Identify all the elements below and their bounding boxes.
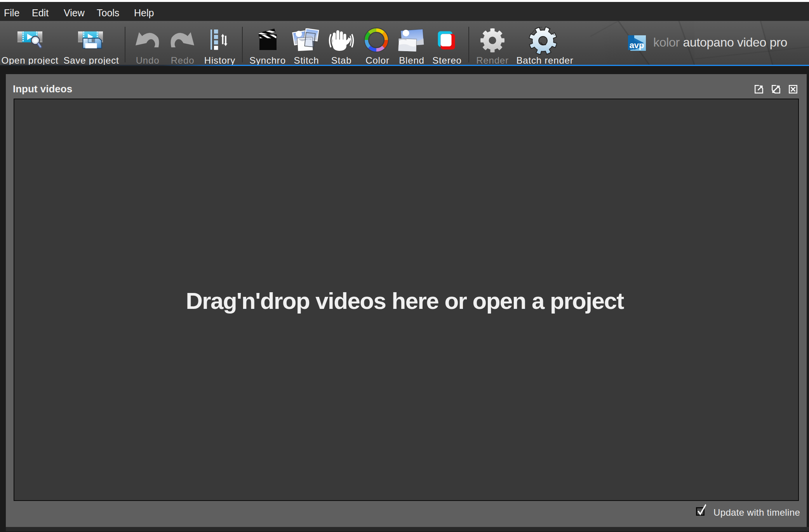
svg-text:avp: avp <box>630 40 644 50</box>
